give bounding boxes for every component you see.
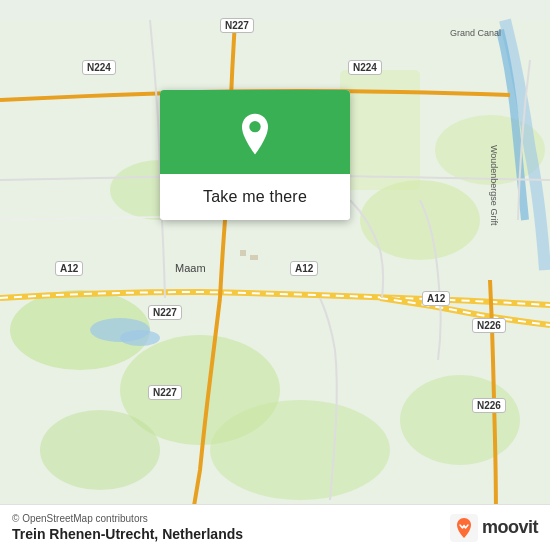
svg-point-12 — [120, 330, 160, 346]
svg-point-8 — [40, 410, 160, 490]
map-container: A12 A12 A12 N227 N227 N227 N224 N224 N22… — [0, 0, 550, 550]
svg-point-3 — [360, 180, 480, 260]
svg-point-10 — [400, 375, 520, 465]
moovit-brand-icon — [450, 514, 478, 542]
canal-label: Grand Canal — [450, 28, 501, 38]
svg-rect-5 — [340, 70, 420, 190]
bottom-bar: © OpenStreetMap contributors Trein Rhene… — [0, 504, 550, 550]
road-label-n226-top: N226 — [472, 318, 506, 333]
popup-card: Take me there — [160, 90, 350, 220]
waterway-label: Woudenbergse Grift — [489, 145, 499, 225]
road-label-a12-east: A12 — [422, 291, 450, 306]
moovit-text: moovit — [482, 517, 538, 538]
moovit-logo: moovit — [450, 514, 538, 542]
map-background — [0, 0, 550, 550]
road-label-n226-bottom: N226 — [472, 398, 506, 413]
road-label-n224-right: N224 — [348, 60, 382, 75]
popup-green-section — [160, 90, 350, 174]
location-title: Trein Rhenen-Utrecht, Netherlands — [12, 526, 243, 542]
svg-point-9 — [210, 400, 390, 500]
road-label-a12-center: A12 — [290, 261, 318, 276]
svg-point-15 — [249, 121, 260, 132]
road-label-a12-west: A12 — [55, 261, 83, 276]
bottom-left-section: © OpenStreetMap contributors Trein Rhene… — [12, 513, 243, 542]
svg-rect-14 — [250, 255, 258, 260]
road-label-n227-bottom: N227 — [148, 385, 182, 400]
location-pin-icon — [233, 112, 277, 156]
osm-credit: © OpenStreetMap contributors — [12, 513, 243, 524]
place-label-maam: Maam — [175, 262, 206, 274]
take-me-there-button[interactable]: Take me there — [160, 174, 350, 220]
road-label-n224-left: N224 — [82, 60, 116, 75]
svg-rect-13 — [240, 250, 246, 256]
road-label-n227-mid: N227 — [148, 305, 182, 320]
road-label-n227-top: N227 — [220, 18, 254, 33]
